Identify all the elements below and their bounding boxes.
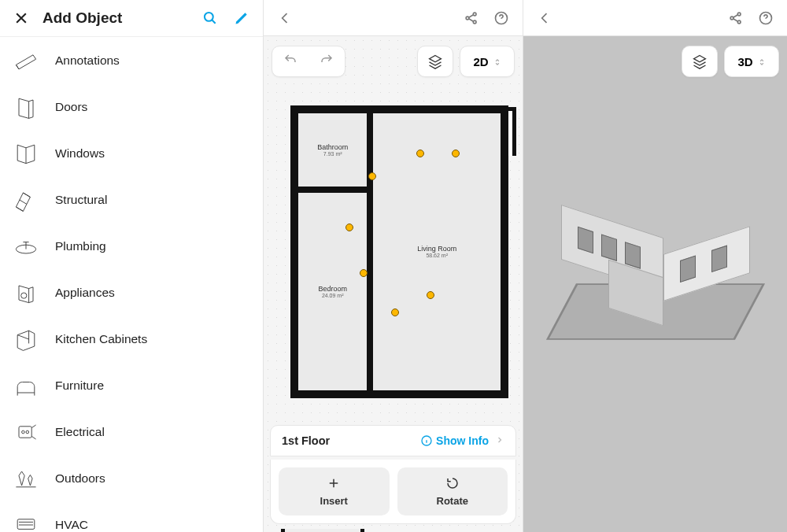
add-object-panel: Add Object Annotations Doors Windows [0,0,264,532]
warning-marker[interactable] [391,308,399,316]
svg-point-14 [737,20,741,24]
layers-button[interactable] [417,46,453,77]
back-icon[interactable] [534,8,555,28]
isometric-render [545,221,766,371]
room-area: 58.62 m² [426,253,448,258]
rotate-button[interactable]: Rotate [397,467,508,515]
warning-marker[interactable] [345,224,353,231]
svg-point-13 [737,13,741,16]
action-row: Insert Rotate [270,460,516,524]
category-label: Structural [55,193,107,207]
category-furniture[interactable]: Furniture [0,362,263,408]
category-label: Kitchen Cabinets [55,332,147,346]
appliances-icon [11,278,41,308]
outdoors-icon [11,464,41,493]
help-icon[interactable] [756,8,776,28]
category-annotations[interactable]: Annotations [0,37,263,83]
share-icon[interactable] [726,8,746,28]
topbar-2d [264,0,523,36]
redo-button[interactable] [320,53,334,70]
view-mode-3d-button[interactable]: 3D [724,46,779,77]
panel-title: Add Object [42,9,189,27]
svg-point-5 [26,430,29,434]
close-icon[interactable] [11,8,31,28]
layers-button[interactable] [682,46,718,77]
toolbar-3d: 3D [675,46,779,77]
search-icon[interactable] [200,8,220,28]
floorplan-2d-panel: Balcony 12.41 m² Bathroom 7.93 m² Living… [264,0,523,532]
room-area: 7.93 m² [323,151,342,157]
svg-point-12 [730,17,733,20]
room-name: Bathroom [317,143,348,151]
show-info-button[interactable]: Show Info [420,434,489,447]
stepper-icon [758,55,766,68]
room-living[interactable]: Living Room 58.62 m² [370,110,504,393]
floorplan-canvas-3d[interactable] [523,36,787,532]
show-info-label: Show Info [436,434,489,447]
floor-info-bar[interactable]: 1st Floor Show Info [270,425,516,456]
add-object-header: Add Object [0,0,263,36]
category-label: Outdoors [55,471,105,486]
room-name: Bedroom [318,285,347,293]
electrical-icon [11,417,41,447]
svg-point-7 [466,17,469,20]
back-icon[interactable] [275,8,295,28]
chevron-right-icon [495,434,504,447]
toolbar-2d: 2D [272,46,515,77]
category-label: Doors [55,100,87,114]
view-mode-2d-button[interactable]: 2D [460,46,515,77]
floorplan-3d-panel: 3D [523,0,787,532]
undo-button[interactable] [283,53,297,70]
category-label: Furniture [55,379,104,393]
category-windows[interactable]: Windows [0,130,263,176]
structural-icon [11,185,41,215]
category-appliances[interactable]: Appliances [0,269,263,316]
plumbing-icon [11,231,41,261]
svg-point-9 [473,20,476,24]
warning-marker[interactable] [368,172,376,180]
category-hvac[interactable]: HVAC [0,501,263,532]
furniture-icon [11,371,41,401]
kitchen-cabinets-icon [11,324,41,354]
floorplan-canvas-2d[interactable]: Balcony 12.41 m² Bathroom 7.93 m² Living… [264,36,523,532]
category-outdoors[interactable]: Outdoors [0,455,263,501]
svg-point-4 [22,430,25,434]
rotate-label: Rotate [437,495,468,507]
doors-icon [11,92,41,122]
svg-rect-3 [19,426,31,437]
insert-label: Insert [320,495,348,507]
category-label: Plumbing [55,239,106,253]
room-bedroom[interactable]: Bedroom 24.09 m² [295,190,370,393]
view-mode-label: 3D [737,55,752,68]
room-bathroom[interactable]: Bathroom 7.93 m² [295,110,370,190]
edit-icon[interactable] [231,8,252,28]
undo-redo-group [272,46,345,77]
category-label: Annotations [55,54,120,68]
topbar-3d [523,0,787,36]
insert-button[interactable]: Insert [279,467,390,515]
svg-point-0 [205,13,213,21]
category-structural[interactable]: Structural [0,176,263,223]
category-kitchen-cabinets[interactable]: Kitchen Cabinets [0,316,263,362]
svg-rect-6 [17,519,35,529]
room-name: Living Room [417,245,456,253]
room-area: 24.09 m² [322,293,344,298]
share-icon[interactable] [461,8,482,28]
room-balcony-bottom[interactable]: Balcony 6.45 m² [281,529,364,532]
category-electrical[interactable]: Electrical [0,408,263,455]
category-doors[interactable]: Doors [0,83,263,130]
stepper-icon [493,55,501,68]
view-mode-label: 2D [473,55,488,68]
annotations-icon [11,46,41,76]
category-label: Windows [55,146,105,161]
warning-marker[interactable] [360,269,368,277]
category-label: HVAC [55,518,88,532]
help-icon[interactable] [491,8,512,28]
category-label: Electrical [55,425,105,439]
floorplan-body[interactable]: Bathroom 7.93 m² Living Room 58.62 m² Be… [290,105,508,398]
category-label: Appliances [55,286,115,300]
category-plumbing[interactable]: Plumbing [0,223,263,269]
svg-point-8 [473,13,476,16]
category-list: Annotations Doors Windows Structural Plu… [0,37,263,532]
windows-icon [11,139,41,168]
